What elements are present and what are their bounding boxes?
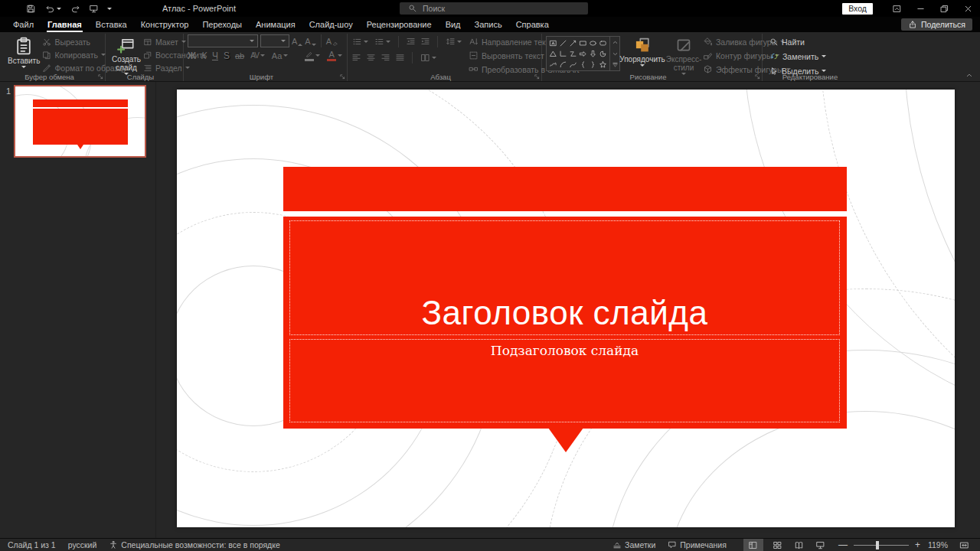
- restore-button[interactable]: [933, 0, 956, 17]
- tab-view[interactable]: Вид: [439, 17, 468, 32]
- title-placeholder[interactable]: Заголовок слайда: [289, 220, 840, 335]
- gallery-up-icon[interactable]: [610, 37, 619, 48]
- clipboard-dialog-launcher-icon[interactable]: [97, 73, 104, 80]
- oval-shape-icon[interactable]: [588, 37, 598, 48]
- align-justify-icon[interactable]: [395, 53, 405, 63]
- arc-shape-icon[interactable]: [558, 59, 568, 70]
- change-case-button[interactable]: Aa: [271, 50, 289, 62]
- view-slideshow-button[interactable]: [811, 539, 831, 551]
- line-spacing-button[interactable]: [445, 36, 462, 47]
- bullets-button[interactable]: [351, 36, 369, 47]
- underline-button[interactable]: Ч: [212, 51, 218, 61]
- slide-thumbnail[interactable]: [14, 85, 146, 158]
- arrow-right-shape-icon[interactable]: [578, 48, 588, 59]
- right-brace-shape-icon[interactable]: [588, 59, 598, 70]
- rectangle-shape-icon[interactable]: [578, 37, 588, 48]
- scribble-shape-icon[interactable]: [548, 59, 558, 70]
- view-reading-button[interactable]: [789, 539, 809, 551]
- drawing-dialog-launcher-icon[interactable]: [754, 73, 761, 80]
- tab-design[interactable]: Конструктор: [134, 17, 196, 32]
- signin-button[interactable]: Вход: [842, 3, 873, 15]
- tab-record[interactable]: Запись: [468, 17, 509, 32]
- grow-font-button[interactable]: А: [292, 37, 302, 46]
- minimize-button[interactable]: [909, 0, 933, 17]
- columns-button[interactable]: [420, 52, 437, 64]
- gallery-more-icon[interactable]: [610, 59, 619, 70]
- clear-formatting-button[interactable]: А: [326, 37, 339, 46]
- save-icon[interactable]: [26, 4, 36, 14]
- rounded-rectangle-shape-icon[interactable]: [598, 37, 608, 48]
- redo-icon[interactable]: [70, 4, 80, 14]
- customize-qat-icon[interactable]: [107, 8, 112, 10]
- collapse-ribbon-icon[interactable]: [965, 70, 974, 80]
- zoom-out-button[interactable]: —: [837, 540, 849, 550]
- font-color-button[interactable]: А: [326, 50, 343, 62]
- paste-button[interactable]: Вставить: [5, 34, 42, 70]
- subtitle-placeholder[interactable]: Подзаголовок слайда: [289, 339, 840, 422]
- tab-review[interactable]: Рецензирование: [360, 17, 439, 32]
- curve-shape-icon[interactable]: [568, 59, 578, 70]
- tab-transitions[interactable]: Переходы: [195, 17, 249, 32]
- arrange-button[interactable]: Упорядочить: [620, 34, 665, 68]
- pie-shape-icon[interactable]: [598, 48, 608, 59]
- tab-home[interactable]: Главная: [41, 17, 89, 32]
- triangle-shape-icon[interactable]: [548, 48, 558, 59]
- zoom-level[interactable]: 119%: [922, 540, 954, 549]
- tab-help[interactable]: Справка: [509, 17, 556, 32]
- bold-button[interactable]: Ж: [188, 51, 196, 61]
- close-button[interactable]: [956, 0, 980, 17]
- gallery-down-icon[interactable]: [610, 48, 619, 60]
- slide-counter[interactable]: Слайд 1 из 1: [6, 539, 62, 551]
- font-size-combo[interactable]: [260, 34, 289, 47]
- highlight-button[interactable]: [304, 49, 321, 62]
- slide-title-bar-shape[interactable]: [283, 167, 847, 211]
- elbow-connector-shape-icon[interactable]: [558, 48, 568, 59]
- shrink-font-button[interactable]: А: [305, 37, 315, 46]
- zoom-in-button[interactable]: +: [913, 540, 922, 550]
- zoom-slider-handle[interactable]: [876, 541, 879, 549]
- zoom-slider[interactable]: [854, 545, 909, 546]
- tab-insert[interactable]: Вставка: [89, 17, 134, 32]
- ribbon-display-options-button[interactable]: [885, 0, 909, 17]
- align-right-icon[interactable]: [381, 53, 390, 63]
- paragraph-dialog-launcher-icon[interactable]: [534, 73, 541, 80]
- line-arrow-shape-icon[interactable]: [568, 37, 578, 48]
- star-shape-icon[interactable]: [598, 59, 608, 70]
- tab-animations[interactable]: Анимация: [249, 17, 302, 32]
- language-indicator[interactable]: русский: [62, 539, 103, 551]
- view-normal-button[interactable]: [743, 539, 763, 551]
- arrow-down-shape-icon[interactable]: [588, 48, 598, 59]
- text-shadow-button[interactable]: S: [224, 51, 230, 61]
- tab-file[interactable]: Файл: [6, 17, 41, 32]
- share-button[interactable]: Поделиться: [901, 18, 972, 31]
- slide-body-shape[interactable]: Заголовок слайда Подзаголовок слайда: [283, 217, 847, 429]
- tab-slideshow[interactable]: Слайд-шоу: [302, 17, 360, 32]
- strikethrough-button[interactable]: ab: [235, 51, 244, 61]
- slide-editor[interactable]: Заголовок слайда Подзаголовок слайда: [177, 90, 955, 527]
- font-name-combo[interactable]: [188, 34, 258, 47]
- decrease-indent-icon[interactable]: [406, 37, 416, 47]
- character-spacing-button[interactable]: AV: [250, 50, 266, 62]
- replace-button[interactable]: Заменить: [769, 51, 826, 62]
- italic-button[interactable]: К: [201, 51, 207, 61]
- fit-to-window-button[interactable]: [954, 539, 974, 551]
- find-button[interactable]: Найти: [769, 36, 826, 47]
- increase-indent-icon[interactable]: [420, 37, 430, 47]
- align-center-icon[interactable]: [366, 53, 376, 63]
- undo-button[interactable]: [44, 3, 62, 15]
- view-sorter-button[interactable]: [768, 539, 788, 551]
- new-slide-button[interactable]: Создать слайд: [109, 34, 143, 77]
- freeform-shape-icon[interactable]: [568, 48, 578, 59]
- font-dialog-launcher-icon[interactable]: [339, 73, 346, 80]
- notes-toggle[interactable]: Заметки: [606, 539, 662, 551]
- start-slideshow-icon[interactable]: [89, 4, 99, 14]
- search-box[interactable]: Поиск: [400, 2, 588, 15]
- comments-toggle[interactable]: Примечания: [662, 539, 733, 551]
- quick-styles-button[interactable]: Экспресс-стили: [665, 34, 703, 77]
- slide-pointer-shape[interactable]: [548, 428, 583, 452]
- numbering-button[interactable]: [374, 36, 391, 47]
- align-left-icon[interactable]: [351, 53, 361, 63]
- accessibility-checker[interactable]: Специальные возможности: все в порядке: [103, 539, 286, 551]
- left-brace-shape-icon[interactable]: [578, 59, 588, 70]
- line-shape-icon[interactable]: [558, 37, 568, 48]
